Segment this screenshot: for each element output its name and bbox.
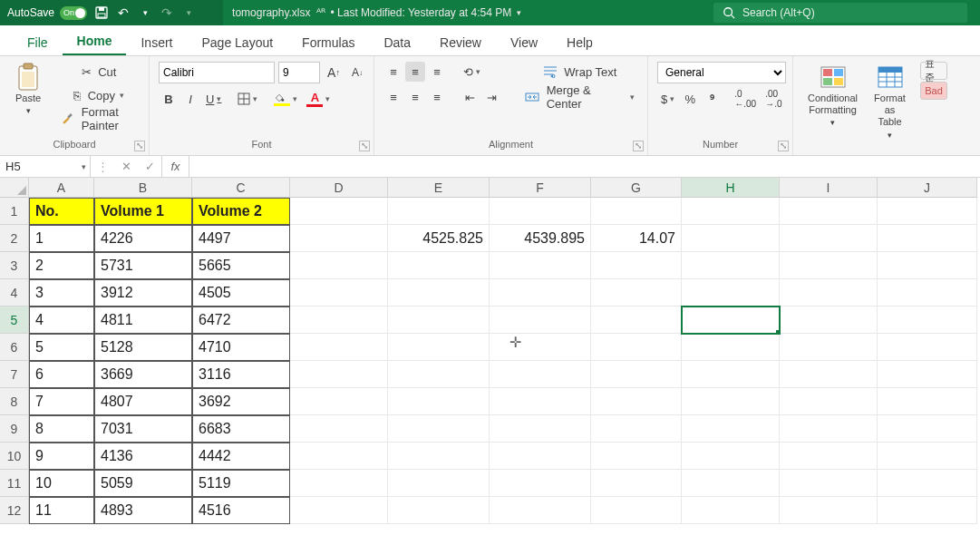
select-all-corner[interactable]	[0, 178, 29, 198]
orientation-button[interactable]: ⟲	[460, 62, 484, 82]
accounting-format-button[interactable]: $	[657, 89, 678, 109]
increase-indent-icon[interactable]: ⇥	[481, 87, 501, 107]
align-center-icon[interactable]: ≡	[405, 87, 425, 107]
column-header-B[interactable]: B	[94, 178, 192, 198]
italic-button[interactable]: I	[180, 89, 200, 109]
column-header-D[interactable]: D	[290, 178, 388, 198]
align-right-icon[interactable]: ≡	[427, 87, 447, 107]
format-as-table-button[interactable]: Format as Table▾	[867, 62, 913, 141]
cell-C6[interactable]: 4710	[192, 334, 290, 361]
cell-E8[interactable]	[388, 388, 490, 415]
cell-D9[interactable]	[290, 415, 388, 443]
row-header-6[interactable]: 6	[0, 334, 29, 361]
cancel-formula-icon[interactable]: ✕	[114, 160, 138, 173]
fill-color-button[interactable]	[270, 89, 301, 109]
merge-center-button[interactable]: Merge & Center	[521, 87, 638, 107]
cell-A2[interactable]: 1	[29, 225, 94, 252]
tab-help[interactable]: Help	[552, 30, 607, 55]
cell-C5[interactable]: 6472	[192, 307, 290, 334]
align-left-icon[interactable]: ≡	[383, 87, 403, 107]
font-color-button[interactable]: A	[303, 89, 334, 109]
cell-B3[interactable]: 5731	[94, 252, 192, 279]
copy-button[interactable]: ⎘ Copy	[58, 85, 140, 105]
font-size-select[interactable]	[278, 62, 320, 83]
row-header-12[interactable]: 12	[0, 497, 29, 524]
cell-I4[interactable]	[780, 279, 878, 307]
underline-button[interactable]: U	[202, 89, 225, 109]
align-top-icon[interactable]: ≡	[383, 62, 403, 82]
tab-home[interactable]: Home	[63, 28, 127, 55]
cell-style-normal[interactable]: 표준	[920, 62, 947, 80]
cell-D11[interactable]	[290, 470, 388, 497]
cell-A4[interactable]: 3	[29, 279, 94, 307]
cut-button[interactable]: ✂ Cut	[58, 62, 140, 82]
formula-input[interactable]	[189, 156, 980, 177]
cell-D3[interactable]	[290, 252, 388, 279]
cell-J8[interactable]	[878, 388, 977, 415]
cell-G2[interactable]: 14.07	[591, 225, 682, 252]
cell-F5[interactable]	[490, 307, 591, 334]
cell-E5[interactable]	[388, 307, 490, 334]
column-header-C[interactable]: C	[192, 178, 290, 198]
cell-D4[interactable]	[290, 279, 388, 307]
cell-I3[interactable]	[780, 252, 878, 279]
search-box[interactable]	[713, 3, 967, 23]
increase-font-icon[interactable]: A↑	[324, 63, 344, 83]
cell-B9[interactable]: 7031	[94, 415, 192, 443]
cell-E3[interactable]	[388, 252, 490, 279]
cell-J9[interactable]	[878, 415, 977, 443]
cell-H2[interactable]	[682, 225, 780, 252]
formula-dropdown-icon[interactable]: ⋮	[91, 160, 114, 173]
cell-F1[interactable]	[490, 198, 591, 225]
row-header-1[interactable]: 1	[0, 198, 29, 225]
cell-F3[interactable]	[490, 252, 591, 279]
cell-I1[interactable]	[780, 198, 878, 225]
cell-J7[interactable]	[878, 361, 977, 388]
cell-F8[interactable]	[490, 388, 591, 415]
cell-B1[interactable]: Volume 1	[94, 198, 192, 225]
cell-D1[interactable]	[290, 198, 388, 225]
cell-C12[interactable]: 4516	[192, 497, 290, 524]
column-header-I[interactable]: I	[780, 178, 878, 198]
decrease-decimal-icon[interactable]: .00→.0	[762, 89, 785, 109]
cell-F11[interactable]	[490, 470, 591, 497]
cell-J5[interactable]	[878, 307, 977, 334]
cell-E10[interactable]	[388, 443, 490, 470]
cell-G7[interactable]	[591, 361, 682, 388]
percent-style-button[interactable]: %	[680, 89, 700, 109]
align-middle-icon[interactable]: ≡	[405, 62, 425, 82]
cell-I9[interactable]	[780, 415, 878, 443]
cell-D12[interactable]	[290, 497, 388, 524]
cell-H7[interactable]	[682, 361, 780, 388]
cell-F4[interactable]	[490, 279, 591, 307]
cell-C8[interactable]: 3692	[192, 388, 290, 415]
cell-I6[interactable]	[780, 334, 878, 361]
alignment-launcher-icon[interactable]: ⤡	[633, 141, 644, 151]
clipboard-launcher-icon[interactable]: ⤡	[134, 141, 145, 151]
row-header-7[interactable]: 7	[0, 361, 29, 388]
enter-formula-icon[interactable]: ✓	[138, 160, 161, 173]
cell-D10[interactable]	[290, 443, 388, 470]
cell-E9[interactable]	[388, 415, 490, 443]
cell-I11[interactable]	[780, 470, 878, 497]
undo-dropdown-icon[interactable]: ▾	[138, 5, 152, 20]
paste-button[interactable]: Paste ▾	[9, 62, 47, 118]
column-header-A[interactable]: A	[29, 178, 94, 198]
cell-J3[interactable]	[878, 252, 977, 279]
cell-A6[interactable]: 5	[29, 334, 94, 361]
cell-B7[interactable]: 3669	[94, 361, 192, 388]
cell-H6[interactable]	[682, 334, 780, 361]
cell-J2[interactable]	[878, 225, 977, 252]
cell-B10[interactable]: 4136	[94, 443, 192, 470]
cell-I10[interactable]	[780, 443, 878, 470]
cell-H12[interactable]	[682, 497, 780, 524]
cell-G4[interactable]	[591, 279, 682, 307]
row-header-4[interactable]: 4	[0, 279, 29, 307]
row-header-8[interactable]: 8	[0, 388, 29, 415]
column-header-F[interactable]: F	[490, 178, 591, 198]
cell-H1[interactable]	[682, 198, 780, 225]
cell-G8[interactable]	[591, 388, 682, 415]
cell-B12[interactable]: 4893	[94, 497, 192, 524]
row-header-9[interactable]: 9	[0, 415, 29, 443]
wrap-text-button[interactable]: Wrap Text	[521, 62, 638, 82]
